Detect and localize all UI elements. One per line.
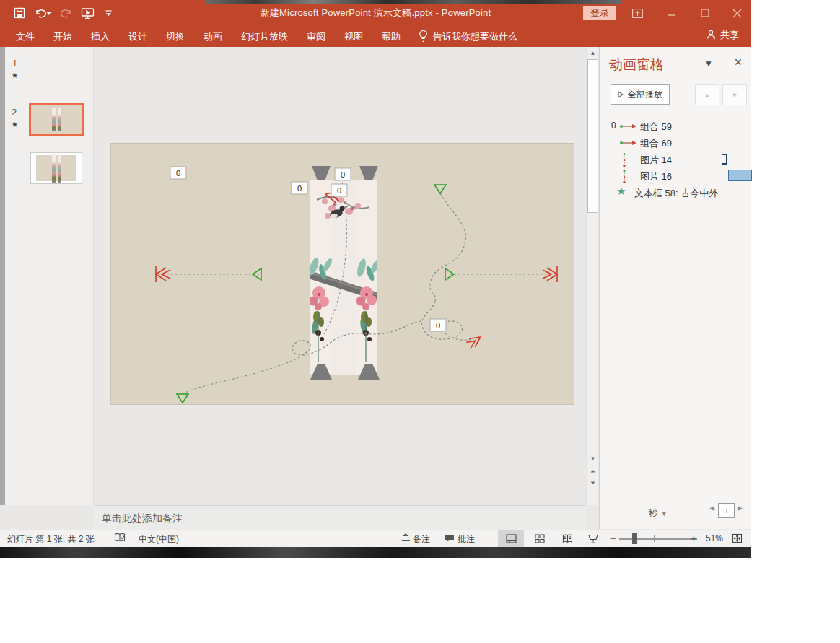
animation-pane-title: 动画窗格 <box>609 56 664 74</box>
zoom-in-button[interactable]: + <box>691 532 697 544</box>
scroll-down-icon[interactable]: ▼ <box>587 453 598 464</box>
powerpoint-window: 新建Microsoft PowerPoint 演示文稿.pptx - Power… <box>0 0 751 547</box>
svg-text:0: 0 <box>297 184 302 193</box>
animation-number-badges[interactable]: 0 0 0 0 0 <box>170 167 446 331</box>
redo-icon <box>58 5 74 21</box>
fit-to-window-icon[interactable] <box>732 533 743 546</box>
motion-path-icon <box>619 136 638 149</box>
tab-insert[interactable]: 插入 <box>82 26 119 47</box>
tab-file[interactable]: 文件 <box>6 26 44 47</box>
share-person-icon <box>706 30 717 42</box>
zoom-slider-handle[interactable] <box>632 533 637 544</box>
slide-content-overlay: 0 0 0 0 0 <box>111 144 574 404</box>
play-all-button[interactable]: 全部播放 <box>611 84 670 105</box>
sign-in-button[interactable]: 登录 <box>583 6 616 20</box>
animation-item[interactable]: 图片 16 <box>600 168 752 184</box>
tab-view[interactable]: 视图 <box>335 26 372 47</box>
title-bar: 新建Microsoft PowerPoint 演示文稿.pptx - Power… <box>0 0 751 26</box>
animation-item[interactable]: ★ 文本框 58: 古今中外 <box>600 185 752 201</box>
slide-1-animation-star: ★ <box>12 71 18 79</box>
panel-left-edge <box>0 47 5 505</box>
animation-pane: 动画窗格 ▼ ✕ 全部播放 ▲ ▼ 0 组合 59 组合 69 <box>599 47 751 529</box>
slide-thumbnail-panel: 1 ★ 2 ★ <box>0 47 94 505</box>
entrance-star-icon: ★ <box>616 185 626 198</box>
slide-1-number: 1 <box>12 58 17 69</box>
timeline-scroll-box[interactable] <box>718 503 735 518</box>
slide-2-animation-star: ★ <box>12 121 18 128</box>
reorder-up-button[interactable]: ▲ <box>695 84 719 105</box>
slide-counter[interactable]: 幻灯片 第 1 张, 共 2 张 <box>7 533 95 546</box>
tab-slideshow[interactable]: 幻灯片放映 <box>232 26 297 47</box>
custom-path-icon <box>619 170 638 183</box>
reorder-down-button[interactable]: ▼ <box>722 84 747 105</box>
qat-customize-icon[interactable] <box>104 5 113 21</box>
save-icon[interactable] <box>12 5 27 21</box>
minimize-button[interactable] <box>660 4 682 22</box>
tab-home[interactable]: 开始 <box>44 26 82 47</box>
custom-path-icon <box>619 153 638 166</box>
notes-toggle[interactable]: 备注 <box>413 533 430 546</box>
timeline-scroll-left-icon[interactable]: ◀ <box>709 504 714 512</box>
animation-item[interactable]: 图片 14 <box>600 152 752 167</box>
pane-close-icon[interactable]: ✕ <box>734 56 743 68</box>
notes-toggle-icon[interactable] <box>401 533 411 545</box>
desktop-wallpaper-bottom <box>0 547 751 558</box>
animation-item[interactable]: 组合 69 <box>600 135 752 151</box>
zoom-out-button[interactable]: − <box>610 532 616 544</box>
close-button[interactable] <box>726 4 748 22</box>
svg-text:0: 0 <box>176 169 180 178</box>
share-button[interactable]: 共享 <box>706 29 739 42</box>
timeline-bar[interactable] <box>728 170 752 181</box>
desktop-wallpaper-top <box>206 0 621 4</box>
motion-path-icon <box>619 120 638 133</box>
scroll-up-icon[interactable]: ▲ <box>587 48 598 58</box>
ribbon-display-options-icon[interactable] <box>626 4 648 22</box>
svg-text:0: 0 <box>436 321 440 330</box>
maximize-button[interactable] <box>694 4 716 22</box>
svg-text:0: 0 <box>337 186 341 195</box>
tab-review[interactable]: 审阅 <box>297 26 335 47</box>
scroll-artwork[interactable] <box>307 166 381 380</box>
timeline-scroll-right-icon[interactable]: ▶ <box>738 504 743 512</box>
normal-view-button[interactable] <box>498 530 524 547</box>
spell-check-icon[interactable] <box>114 533 126 546</box>
comments-icon[interactable] <box>445 534 455 545</box>
next-slide-icon[interactable]: ⏷ <box>587 478 598 489</box>
zoom-slider-midtick <box>654 535 655 542</box>
tab-design[interactable]: 设计 <box>119 26 157 47</box>
tell-me-box[interactable]: 告诉我你想要做什么 <box>419 30 517 44</box>
animation-item[interactable]: 0 组合 59 <box>600 118 752 134</box>
status-bar: 幻灯片 第 1 张, 共 2 张 中文(中国) 备注 批注 <box>0 530 751 547</box>
tab-help[interactable]: 帮助 <box>372 26 410 47</box>
tab-transitions[interactable]: 切换 <box>157 26 194 47</box>
pane-options-chevron-icon[interactable]: ▼ <box>704 58 713 69</box>
comments-toggle[interactable]: 批注 <box>458 533 475 546</box>
zoom-slider-track[interactable] <box>619 538 697 540</box>
undo-dropdown-icon[interactable] <box>45 5 52 21</box>
slide-2-thumbnail[interactable] <box>30 152 82 184</box>
main-vertical-scrollbar[interactable]: ▲ ▼ ⏶ ⏷ <box>586 47 598 505</box>
previous-slide-icon[interactable]: ⏶ <box>587 466 598 477</box>
reading-view-button[interactable] <box>554 530 580 547</box>
slideshow-view-button[interactable] <box>580 530 606 547</box>
start-slideshow-icon[interactable] <box>79 5 95 21</box>
zoom-percentage[interactable]: 51% <box>706 533 723 543</box>
language-indicator[interactable]: 中文(中国) <box>139 533 179 546</box>
notes-placeholder: 单击此处添加备注 <box>102 512 183 525</box>
lightbulb-icon <box>419 30 428 44</box>
scrollbar-thumb[interactable] <box>587 59 598 213</box>
notes-pane[interactable]: 单击此处添加备注 <box>94 505 586 530</box>
ribbon-tab-row: 文件 开始 插入 设计 切换 动画 幻灯片放映 审阅 视图 帮助 告诉我你想要做… <box>0 26 751 47</box>
seconds-dropdown[interactable]: 秒 ▼ <box>649 507 668 520</box>
svg-text:0: 0 <box>341 170 345 179</box>
timeline-bar-start[interactable] <box>724 154 727 165</box>
slide-2-number: 2 <box>12 107 17 118</box>
tab-animations[interactable]: 动画 <box>194 26 232 47</box>
slide-sorter-view-button[interactable] <box>527 530 553 547</box>
slide-1-thumbnail[interactable] <box>29 103 84 136</box>
